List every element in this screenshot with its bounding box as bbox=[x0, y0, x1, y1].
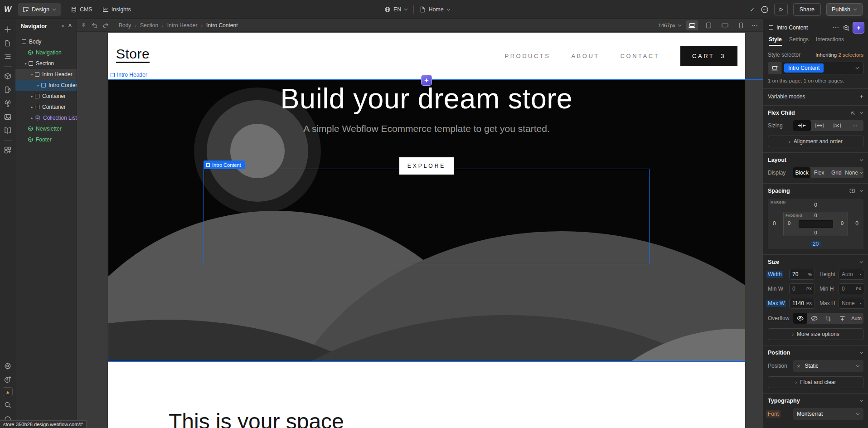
sizing-shrink-option[interactable] bbox=[793, 120, 811, 131]
breakpoint-phone-landscape-button[interactable] bbox=[719, 20, 731, 30]
publish-button[interactable]: Publish bbox=[826, 3, 863, 16]
ai-assistant-button[interactable] bbox=[853, 22, 864, 34]
chevron-right-icon[interactable]: ▸ bbox=[35, 83, 41, 88]
hero-section[interactable]: Build your dream store A simple Webflow … bbox=[108, 79, 745, 361]
tree-item-intro-header[interactable]: ▾ Intro Header bbox=[15, 69, 77, 80]
section-title[interactable]: This is your space bbox=[169, 409, 344, 428]
chevron-down-icon[interactable] bbox=[859, 112, 863, 114]
preview-button[interactable] bbox=[774, 4, 788, 15]
sizing-more-option[interactable]: ··· bbox=[846, 120, 863, 131]
display-grid-option[interactable]: Grid bbox=[828, 167, 845, 178]
settings-button[interactable] bbox=[2, 360, 14, 372]
display-flex-option[interactable]: Flex bbox=[810, 167, 828, 178]
tree-item-section[interactable]: ▾ Section bbox=[15, 58, 77, 69]
overflow-auto-option[interactable]: Auto bbox=[849, 313, 863, 324]
pin-icon[interactable] bbox=[81, 22, 87, 28]
tree-item-container[interactable]: ▸ Container bbox=[15, 102, 77, 112]
variables-button[interactable] bbox=[2, 97, 14, 109]
design-canvas[interactable]: Store PRODUCTS ABOUT CONTACT CART 3 bbox=[77, 32, 763, 428]
undo-icon[interactable] bbox=[91, 22, 98, 29]
site-logo[interactable]: Store bbox=[116, 46, 150, 63]
add-elements-button[interactable] bbox=[2, 24, 14, 35]
chevron-down-icon[interactable] bbox=[859, 190, 863, 192]
float-clear-expander[interactable]: › Float and clear bbox=[768, 376, 863, 388]
tree-item-collection-list[interactable]: ▸ Collection List Wra... bbox=[15, 112, 77, 123]
webflow-logo[interactable]: W bbox=[0, 5, 15, 14]
breadcrumb-item[interactable]: Body bbox=[119, 22, 131, 29]
site-page[interactable]: Store PRODUCTS ABOUT CONTACT CART 3 bbox=[108, 33, 745, 428]
margin-bottom-value[interactable]: 20 bbox=[810, 241, 821, 247]
insights-button[interactable]: Insights bbox=[102, 6, 131, 13]
chevron-down-icon[interactable] bbox=[859, 159, 863, 161]
nav-link-contact[interactable]: CONTACT bbox=[621, 53, 659, 59]
max-width-unit[interactable]: PX bbox=[806, 301, 812, 306]
components-button[interactable] bbox=[2, 70, 14, 82]
breakpoint-desktop-button[interactable] bbox=[686, 20, 698, 30]
intro-content-element-tag[interactable]: Intro Content bbox=[204, 160, 245, 169]
tab-style[interactable]: Style bbox=[769, 36, 782, 46]
chevron-right-icon[interactable]: ▸ bbox=[29, 94, 35, 98]
add-icon[interactable]: + bbox=[860, 93, 863, 100]
overflow-visible-option[interactable] bbox=[793, 313, 807, 324]
hero-title[interactable]: Build your dream store bbox=[108, 82, 745, 115]
libraries-button[interactable] bbox=[2, 125, 14, 136]
clear-icon[interactable]: × bbox=[797, 363, 800, 370]
height-unit[interactable]: - bbox=[860, 272, 861, 277]
alignment-order-expander[interactable]: › Alignment and order bbox=[768, 136, 863, 147]
chevron-down-icon[interactable] bbox=[859, 261, 863, 263]
site-header-section[interactable]: Store PRODUCTS ABOUT CONTACT CART 3 bbox=[108, 33, 745, 79]
breakpoint-phone-portrait-button[interactable] bbox=[735, 20, 747, 30]
margin-right-value[interactable]: 0 bbox=[855, 220, 858, 227]
intro-content-selection-box[interactable]: Intro Content bbox=[204, 169, 650, 264]
breakpoint-tablet-button[interactable] bbox=[703, 20, 714, 30]
canvas-width-control[interactable]: 1467px bbox=[658, 23, 682, 28]
padding-right-value[interactable]: 0 bbox=[841, 220, 844, 226]
more-breakpoints-button[interactable]: ··· bbox=[752, 22, 758, 29]
class-pill[interactable]: Intro Content bbox=[784, 63, 824, 73]
overflow-auto-hidden-option[interactable] bbox=[835, 313, 849, 324]
page-selector[interactable]: Home bbox=[419, 6, 450, 13]
min-height-unit[interactable]: PX bbox=[856, 287, 861, 291]
padding-bottom-value[interactable]: 0 bbox=[814, 230, 817, 235]
locale-selector[interactable]: EN bbox=[384, 6, 408, 13]
position-select[interactable]: × Static bbox=[793, 360, 863, 372]
chevron-right-icon[interactable]: ▸ bbox=[29, 105, 35, 109]
chevron-right-icon[interactable]: ▸ bbox=[29, 116, 35, 120]
cms-button[interactable]: CMS bbox=[71, 6, 92, 13]
margin-top-value[interactable]: 0 bbox=[814, 202, 817, 208]
tree-item-body[interactable]: Body bbox=[15, 36, 77, 47]
chevron-down-icon[interactable]: ▾ bbox=[29, 73, 35, 77]
breadcrumb-item[interactable]: Intro Content bbox=[206, 22, 238, 29]
styles-button[interactable] bbox=[2, 84, 14, 96]
tab-interactions[interactable]: Interactions bbox=[816, 36, 844, 46]
navigator-button[interactable] bbox=[2, 51, 14, 63]
breadcrumb-item[interactable]: Intro Header bbox=[167, 22, 198, 29]
max-height-input[interactable]: None- bbox=[839, 298, 864, 309]
height-input[interactable]: Auto- bbox=[839, 269, 864, 280]
content-section[interactable]: This is your space bbox=[108, 361, 745, 428]
spacing-settings-icon[interactable] bbox=[849, 188, 856, 194]
sizing-grow-option[interactable] bbox=[811, 120, 829, 131]
class-selector-input[interactable]: Intro Content bbox=[768, 62, 863, 74]
element-actions-handle[interactable] bbox=[421, 75, 432, 86]
chevron-down-icon[interactable]: ▾ bbox=[23, 62, 29, 66]
cart-button[interactable]: CART 3 bbox=[680, 46, 737, 66]
status-warning-button[interactable]: ▲ bbox=[3, 387, 13, 396]
font-select[interactable]: Montserrat bbox=[793, 408, 863, 420]
padding-top-value[interactable]: 0 bbox=[814, 213, 817, 218]
hero-subtitle[interactable]: A simple Webflow Ecommerce template to g… bbox=[108, 123, 745, 134]
share-button[interactable]: Share bbox=[793, 3, 821, 16]
overflow-hidden-option[interactable] bbox=[807, 313, 821, 324]
tree-item-footer[interactable]: Footer bbox=[15, 134, 77, 145]
comments-icon[interactable] bbox=[761, 5, 769, 14]
design-mode-button[interactable]: Design bbox=[18, 3, 61, 16]
inheriting-info[interactable]: Inheriting 2 selectors bbox=[815, 52, 863, 58]
chevron-down-icon[interactable] bbox=[859, 351, 863, 354]
sizing-none-option[interactable] bbox=[829, 120, 846, 131]
tree-item-navigation[interactable]: Navigation bbox=[15, 47, 77, 58]
nav-link-products[interactable]: PRODUCTS bbox=[504, 53, 550, 59]
max-width-input[interactable]: 1140PX bbox=[789, 298, 815, 309]
max-height-unit[interactable]: - bbox=[860, 301, 861, 306]
corner-arrow-icon[interactable] bbox=[850, 110, 856, 116]
nav-link-about[interactable]: ABOUT bbox=[571, 53, 599, 59]
